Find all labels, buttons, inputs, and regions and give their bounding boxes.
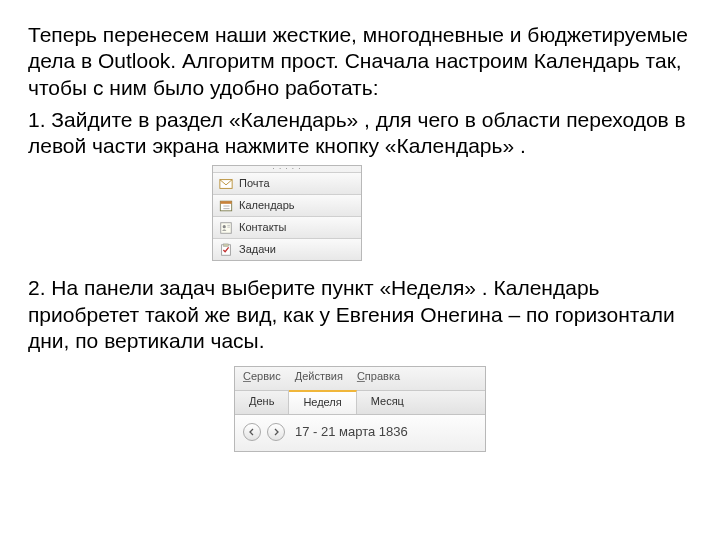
svg-point-6 — [223, 225, 226, 228]
nav-item-label: Календарь — [239, 199, 295, 213]
menu-bar: Сервис Действия Справка — [235, 367, 485, 391]
tab-week[interactable]: Неделя — [289, 390, 356, 414]
date-range-label: 17 - 21 марта 1836 — [295, 424, 408, 440]
nav-item-mail[interactable]: Почта — [213, 172, 361, 194]
step-2-text: 2. На панели задач выберите пункт «Недел… — [28, 275, 692, 354]
nav-item-label: Почта — [239, 177, 270, 191]
step-1-text: 1. Зайдите в раздел «Календарь» , для че… — [28, 107, 692, 160]
outlook-toolbar-pane: Сервис Действия Справка День Неделя Меся… — [234, 366, 486, 452]
tab-day[interactable]: День — [235, 391, 289, 414]
calendar-icon — [219, 199, 233, 213]
menu-actions[interactable]: Действия — [295, 370, 343, 384]
nav-item-tasks[interactable]: Задачи — [213, 238, 361, 260]
nav-item-label: Задачи — [239, 243, 276, 257]
next-week-button[interactable] — [267, 423, 285, 441]
tasks-icon — [219, 243, 233, 257]
svg-rect-5 — [221, 223, 232, 234]
tab-month[interactable]: Месяц — [357, 391, 418, 414]
mail-icon — [219, 177, 233, 191]
menu-help[interactable]: Справка — [357, 370, 400, 384]
svg-rect-2 — [220, 201, 231, 204]
nav-item-contacts[interactable]: Контакты — [213, 216, 361, 238]
outlook-navigation-pane: · · · · · Почта Календарь Контакты Задач… — [212, 165, 362, 261]
svg-rect-10 — [223, 244, 228, 247]
nav-item-label: Контакты — [239, 221, 287, 235]
view-tabs: День Неделя Месяц — [235, 391, 485, 415]
prev-week-button[interactable] — [243, 423, 261, 441]
menu-service[interactable]: Сервис — [243, 370, 281, 384]
date-navigation-row: 17 - 21 марта 1836 — [235, 415, 485, 451]
intro-paragraph: Теперь перенесем наши жесткие, многоднев… — [28, 22, 692, 101]
nav-item-calendar[interactable]: Календарь — [213, 194, 361, 216]
contacts-icon — [219, 221, 233, 235]
